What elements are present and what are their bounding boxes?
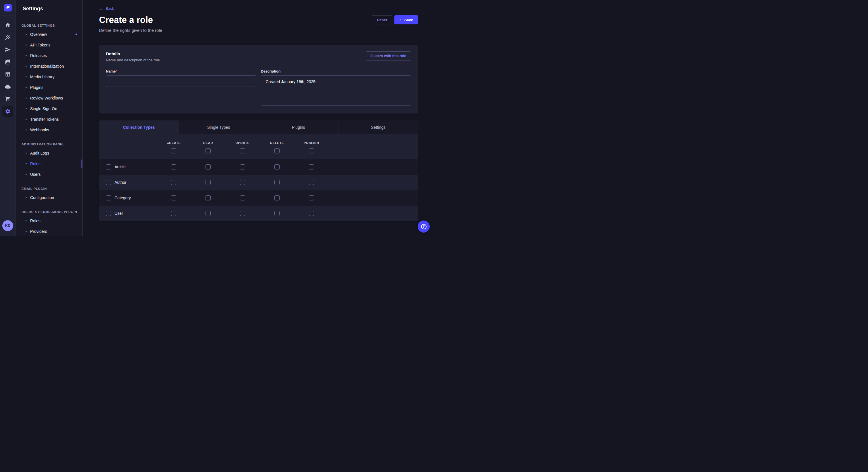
back-link[interactable]: ← Back	[99, 6, 114, 11]
article-delete-checkbox[interactable]	[274, 164, 280, 169]
sidebar-item-overview[interactable]: Overview	[16, 29, 82, 40]
bullet-icon	[26, 76, 27, 77]
subnav-title-divider	[23, 16, 30, 16]
sidebar-item-label: Providers	[30, 229, 47, 234]
user-read-checkbox[interactable]	[206, 211, 211, 216]
row-label: Author	[115, 180, 126, 185]
category-publish-checkbox[interactable]	[309, 195, 314, 200]
details-card: Details Name and description of the role…	[99, 45, 418, 113]
sidebar-item-configuration[interactable]: Configuration	[16, 192, 82, 203]
user-delete-checkbox[interactable]	[274, 211, 280, 216]
select-all-publish-checkbox[interactable]	[309, 148, 314, 154]
select-all-read-checkbox[interactable]	[206, 148, 211, 154]
reset-button[interactable]: Reset	[372, 15, 392, 24]
save-button[interactable]: ✓ Save	[394, 15, 418, 24]
tab-single-types[interactable]: Single Types	[179, 121, 259, 134]
subnav-title: Settings	[16, 6, 82, 12]
logo-cell	[0, 0, 16, 15]
sidebar-item-label: Single Sign-On	[30, 106, 57, 111]
article-read-checkbox[interactable]	[206, 164, 211, 169]
help-button[interactable]: ?	[417, 221, 430, 233]
sidebar-item-media[interactable]	[2, 57, 13, 67]
author-update-checkbox[interactable]	[240, 180, 245, 185]
sidebar-item-api-tokens[interactable]: API Tokens	[16, 40, 82, 50]
permission-cell	[156, 195, 191, 200]
permission-cell	[294, 180, 329, 185]
permission-cell	[225, 211, 260, 216]
sidebar-item-single-sign-on[interactable]: Single Sign-On	[16, 103, 82, 114]
select-row-category-checkbox[interactable]	[106, 195, 111, 200]
select-all-create-checkbox[interactable]	[171, 148, 176, 154]
article-publish-checkbox[interactable]	[309, 164, 314, 169]
row-label: Article	[115, 165, 126, 169]
name-label: Name*	[106, 69, 117, 73]
select-row-user-checkbox[interactable]	[106, 211, 111, 216]
bullet-icon	[26, 153, 27, 154]
category-create-checkbox[interactable]	[171, 195, 176, 200]
sidebar-item-users[interactable]: Users	[16, 169, 82, 179]
permission-cell	[294, 211, 329, 216]
settings-subnav: Settings GLOBAL SETTINGSOverviewAPI Toke…	[16, 0, 83, 236]
sidebar-item-providers[interactable]: Providers	[16, 226, 82, 236]
author-create-checkbox[interactable]	[171, 180, 176, 185]
sidebar-item-plugins[interactable]: Plugins	[16, 82, 82, 93]
sidebar-item-review-workflows[interactable]: Review Workflows	[16, 93, 82, 103]
description-textarea[interactable]: Created January 16th, 2025	[261, 75, 411, 105]
category-read-checkbox[interactable]	[206, 195, 211, 200]
category-delete-checkbox[interactable]	[274, 195, 280, 200]
sidebar-item-webhooks[interactable]: Webhooks	[16, 125, 82, 135]
details-subtitle: Name and description of the role	[106, 58, 160, 62]
sidebar-item-send[interactable]	[2, 44, 13, 55]
sidebar-item-roles[interactable]: Roles	[16, 158, 82, 169]
avatar[interactable]: KD	[2, 220, 13, 231]
sidebar-item-releases[interactable]: Releases	[16, 50, 82, 61]
sidebar-item-media-library[interactable]: Media Library	[16, 71, 82, 82]
bullet-icon	[26, 174, 27, 175]
sidebar-item-label: Internationalization	[30, 64, 64, 69]
sidebar-item-roles[interactable]: Roles	[16, 215, 82, 226]
sidebar-item-label: Configuration	[30, 195, 54, 200]
sidebar-item-label: Releases	[30, 53, 47, 58]
select-all-delete-checkbox[interactable]	[274, 148, 280, 154]
user-publish-checkbox[interactable]	[309, 211, 314, 216]
tab-settings[interactable]: Settings	[338, 121, 418, 134]
sidebar-item-cloud[interactable]	[2, 81, 13, 92]
article-create-checkbox[interactable]	[171, 164, 176, 169]
select-all-update-checkbox[interactable]	[240, 148, 245, 154]
select-row-article-checkbox[interactable]	[106, 164, 111, 169]
user-create-checkbox[interactable]	[171, 211, 176, 216]
users-with-role-button[interactable]: 0 users with this role	[366, 51, 411, 61]
article-update-checkbox[interactable]	[240, 164, 245, 169]
column-label: Read	[203, 141, 213, 144]
sidebar-item-home[interactable]	[2, 20, 13, 30]
strapi-logo-icon[interactable]	[4, 4, 12, 11]
author-publish-checkbox[interactable]	[309, 180, 314, 185]
column-header-create: Create	[156, 140, 191, 154]
sidebar-item-label: Roles	[30, 162, 40, 166]
header-actions: Reset ✓ Save	[372, 15, 418, 24]
bullet-icon	[26, 44, 27, 45]
sidebar-item-layout[interactable]	[2, 69, 13, 80]
category-update-checkbox[interactable]	[240, 195, 245, 200]
user-update-checkbox[interactable]	[240, 211, 245, 216]
details-card-titles: Details Name and description of the role	[106, 51, 160, 62]
permission-cell	[225, 164, 260, 169]
sidebar-item-label: Review Workflows	[30, 96, 63, 100]
nav-section-header: EMAIL PLUGIN	[16, 187, 82, 191]
name-input[interactable]	[106, 75, 256, 87]
select-row-author-checkbox[interactable]	[106, 180, 111, 185]
tab-collection-types[interactable]: Collection Types	[99, 121, 179, 134]
page-header: Create a role Define the rights given to…	[99, 14, 418, 33]
sidebar-item-internationalization[interactable]: Internationalization	[16, 61, 82, 71]
author-read-checkbox[interactable]	[206, 180, 211, 185]
sidebar-item-label: Overview	[30, 32, 47, 37]
column-label: Update	[236, 141, 249, 144]
author-delete-checkbox[interactable]	[274, 180, 280, 185]
sidebar-item-feather[interactable]	[2, 32, 13, 43]
sidebar-item-transfer-tokens[interactable]: Transfer Tokens	[16, 114, 82, 125]
tab-plugins[interactable]: Plugins	[259, 121, 338, 134]
sidebar-item-audit-logs[interactable]: Audit Logs	[16, 148, 82, 158]
layout-icon	[5, 71, 11, 77]
sidebar-item-cart[interactable]	[2, 94, 13, 104]
sidebar-item-gear[interactable]	[2, 106, 13, 117]
